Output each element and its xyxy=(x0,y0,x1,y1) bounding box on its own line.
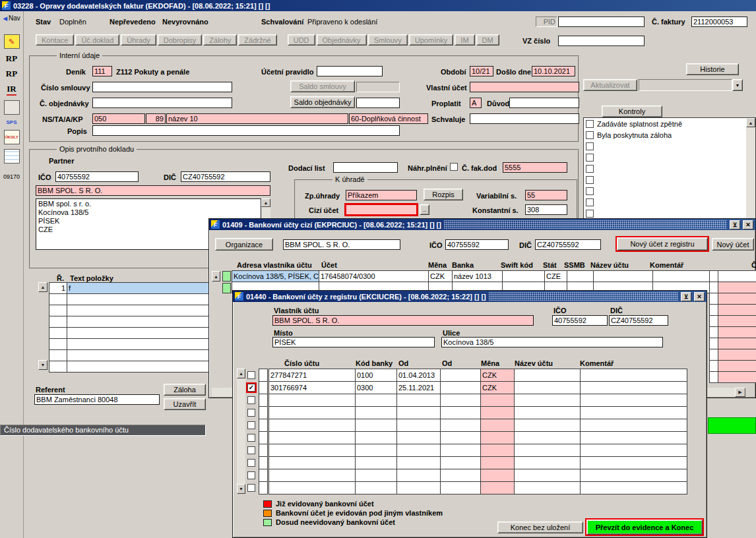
obdobi-field[interactable]: 10/21 xyxy=(470,66,493,76)
toolbar-button-8[interactable]: Objednávky xyxy=(317,34,367,45)
registry-cell[interactable] xyxy=(356,482,396,494)
registry-cell[interactable] xyxy=(515,382,580,394)
dic-field[interactable]: CZ40755592 xyxy=(609,315,668,326)
close-icon[interactable]: ✕ xyxy=(743,220,753,229)
registry-cell[interactable] xyxy=(481,394,514,406)
registry-cell[interactable] xyxy=(441,457,480,469)
items-row-text[interactable]: f xyxy=(67,283,231,293)
items-row-number[interactable] xyxy=(49,350,67,361)
kontroly-checkbox[interactable] xyxy=(586,176,594,184)
kontroly-checkbox[interactable] xyxy=(586,210,594,218)
registry-cell[interactable] xyxy=(441,369,480,381)
restore-icon[interactable]: ⊻ xyxy=(681,292,691,301)
scroll-up-icon[interactable]: ▲ xyxy=(746,118,755,127)
registry-row-checkbox[interactable] xyxy=(247,446,255,454)
registry-cell[interactable] xyxy=(269,444,355,456)
duvod-field[interactable] xyxy=(509,98,579,108)
registry-row-checkbox[interactable] xyxy=(247,421,255,429)
registry-cell[interactable] xyxy=(356,419,396,431)
rozpis-button[interactable]: Rozpis xyxy=(424,189,463,200)
ukoly-icon[interactable]: ÚKOLY xyxy=(4,130,20,144)
registry-cell[interactable] xyxy=(441,382,480,394)
c-faktury-field[interactable]: 2112000053 xyxy=(691,16,747,27)
registry-cell[interactable]: CZK xyxy=(481,369,514,381)
registry-cell[interactable] xyxy=(481,407,514,419)
registry-row-checkbox[interactable] xyxy=(247,471,255,479)
novy-ucet-button[interactable]: Nový účet xyxy=(712,238,754,251)
registry-cell[interactable]: 0300 xyxy=(356,382,396,394)
items-scroll-down-icon[interactable]: ▼ xyxy=(38,360,47,370)
nahr-plneni-checkbox[interactable] xyxy=(450,163,458,171)
toolbar-button-10[interactable]: Upomínky xyxy=(409,34,454,45)
items-row-number[interactable] xyxy=(49,316,67,327)
registry-row-checkbox[interactable]: ✓ xyxy=(247,384,255,392)
org-name-field[interactable]: BBM SPOL. S R. O. xyxy=(283,239,400,250)
registry-cell[interactable]: 0100 xyxy=(356,369,396,381)
cizi-ucet-lookup-button[interactable]: ... xyxy=(420,204,429,215)
registry-cell[interactable] xyxy=(356,394,396,406)
misto-field[interactable]: PÍSEK xyxy=(272,337,435,347)
scroll-down-icon[interactable]: ▼ xyxy=(237,484,245,494)
registry-cell[interactable] xyxy=(397,432,440,444)
kontroly-checkbox[interactable] xyxy=(586,165,594,173)
registry-cell[interactable] xyxy=(581,382,687,394)
cislo-smlouvy-field[interactable] xyxy=(92,82,232,92)
registry-row-checkbox[interactable] xyxy=(247,434,255,442)
kontroly-button[interactable]: Kontroly xyxy=(602,105,662,117)
proplatit-field[interactable]: A xyxy=(470,98,482,108)
nav-toggle[interactable]: ◀ Nav xyxy=(3,15,20,22)
toolbar-button-12[interactable]: DM xyxy=(476,34,499,45)
kontroly-checkbox[interactable] xyxy=(586,142,594,150)
denik-field[interactable]: 111 xyxy=(92,66,112,76)
uzavrit-button[interactable]: Uzavřít xyxy=(164,398,206,410)
kontroly-checkbox[interactable] xyxy=(586,187,594,195)
toolbar-button-11[interactable]: IM xyxy=(455,34,474,45)
c-fak-dod-field[interactable]: 5555 xyxy=(503,162,567,173)
items-row-text[interactable] xyxy=(67,294,231,305)
registry-cell[interactable] xyxy=(441,482,480,494)
kontroly-checkbox[interactable] xyxy=(586,120,594,128)
registry-cell[interactable] xyxy=(356,407,396,419)
account-cell[interactable]: CZK xyxy=(429,271,452,282)
items-row-number[interactable] xyxy=(49,328,67,338)
popis-field[interactable] xyxy=(92,125,400,136)
ns-field-4[interactable]: 60-Doplňková činnost xyxy=(349,113,428,124)
items-row-number[interactable] xyxy=(49,339,67,349)
account-cell[interactable] xyxy=(653,271,716,282)
registry-cell[interactable] xyxy=(515,369,580,381)
ns-field-2[interactable]: 89 xyxy=(146,113,166,124)
ns-field-3[interactable]: název 10 xyxy=(166,113,348,124)
registry-cell[interactable] xyxy=(515,444,580,456)
saldo-smlouvy-button[interactable]: Saldo smlouvy xyxy=(290,80,355,92)
registry-cell[interactable] xyxy=(515,394,580,406)
close-icon[interactable]: ✕ xyxy=(694,292,705,301)
account-cell[interactable] xyxy=(567,271,593,282)
vlastni-ucet-field[interactable] xyxy=(470,82,579,92)
edit-document-icon[interactable]: ✎ xyxy=(4,34,20,49)
toolbar-button-6[interactable]: Zádržné xyxy=(238,34,276,45)
registry-cell[interactable] xyxy=(397,419,440,431)
dic-field[interactable]: CZ40755592 xyxy=(535,239,601,250)
account-cell[interactable]: Kocínova 138/5, PÍSEK, C xyxy=(232,271,319,282)
toolbar-button-7[interactable]: UDD xyxy=(288,34,315,45)
registry-cell[interactable] xyxy=(441,469,480,481)
registry-cell[interactable] xyxy=(356,444,396,456)
account-cell[interactable] xyxy=(503,271,544,282)
pid-field[interactable] xyxy=(558,16,645,27)
registry-row-checkbox[interactable] xyxy=(247,371,255,379)
account-cell[interactable]: název 1013 xyxy=(453,271,502,282)
registry-row-checkbox[interactable] xyxy=(247,409,255,417)
items-scroll-up-icon[interactable]: ▲ xyxy=(38,282,47,292)
registry-cell[interactable] xyxy=(397,407,440,419)
sps-icon[interactable]: SPS xyxy=(6,119,16,125)
registry-cell[interactable] xyxy=(481,469,514,481)
kontroly-checkbox[interactable] xyxy=(586,154,594,162)
registry-cell[interactable] xyxy=(441,432,480,444)
doslo-dne-field[interactable]: 10.10.2021 xyxy=(532,66,575,76)
registry-cell[interactable] xyxy=(515,432,580,444)
account-cell[interactable]: CZE xyxy=(545,271,567,282)
rp2-icon[interactable]: RP xyxy=(6,69,17,79)
kontroly-checkbox[interactable] xyxy=(586,131,594,139)
ico-field[interactable]: 40755592 xyxy=(552,315,608,326)
registry-cell[interactable] xyxy=(269,419,355,431)
